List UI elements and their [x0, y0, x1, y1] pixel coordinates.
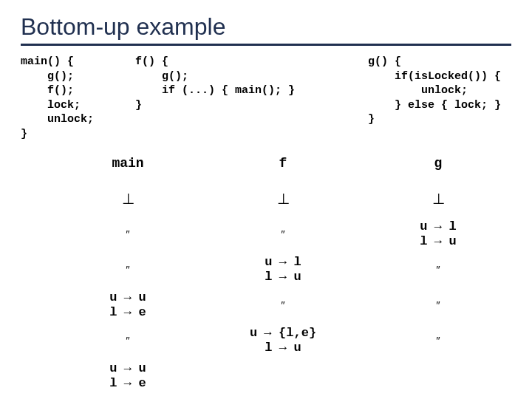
mapping-lhs: l — [109, 376, 117, 391]
mapping-line: l→e — [109, 376, 146, 391]
slide: Bottom-up example main() { g(); f(); loc… — [0, 0, 532, 399]
mapping-lhs: u — [109, 361, 117, 376]
arrow-icon: → — [277, 255, 290, 270]
mapping-lhs: l — [109, 305, 117, 320]
mapping-line: u→u — [109, 361, 146, 376]
table-cell: u→ul→e — [50, 290, 205, 320]
table-cell — [205, 361, 361, 391]
mapping-line: u→u — [109, 290, 146, 305]
mapping-lhs: u — [250, 326, 257, 341]
table-cell: u→ul→e — [50, 361, 205, 391]
mapping-line: l→e — [109, 305, 146, 320]
ditto-symbol: ″ — [436, 334, 440, 347]
mapping-line: u→{l,e} — [250, 326, 316, 341]
code-f: f() { g(); if (...) { main(); } } — [135, 55, 368, 141]
mapping-rhs: u — [139, 361, 146, 376]
iteration-table: main f g ⊥⊥⊥″″u→ll→u″u→ll→u″u→ul→e″″″u→{… — [50, 149, 511, 391]
table-cell: u→ll→u — [205, 255, 361, 284]
bottom-symbol: ⊥ — [432, 191, 445, 208]
table-cell: u→{l,e}l→u — [205, 326, 361, 355]
mapping-lhs: u — [420, 219, 427, 234]
bottom-symbol: ⊥ — [122, 191, 134, 208]
mapping-rhs: {l,e} — [279, 326, 316, 341]
code-main: main() { g(); f(); lock; unlock; } — [21, 55, 135, 141]
mapping-lhs: l — [265, 341, 272, 355]
table-cell: ⊥ — [205, 184, 361, 214]
arrow-icon: → — [122, 376, 134, 391]
slide-title: Bottom-up example — [21, 13, 511, 41]
mapping-rhs: u — [294, 270, 301, 284]
mapping-lhs: u — [265, 255, 272, 270]
table-cell: ⊥ — [361, 184, 516, 214]
mapping-line: l→u — [265, 270, 301, 284]
mapping-line: l→u — [420, 234, 456, 249]
table-cell: ″ — [361, 290, 516, 320]
arrow-icon: → — [262, 326, 274, 341]
table-cell: ″ — [361, 255, 516, 284]
table-cell: ″ — [361, 326, 516, 355]
mapping-line: u→l — [265, 255, 301, 270]
ditto-symbol: ″ — [126, 334, 129, 347]
mapping-rhs: u — [294, 341, 301, 355]
mapping-rhs: l — [449, 219, 457, 234]
table-cell: ⊥ — [50, 184, 205, 214]
table-cell: ″ — [50, 255, 205, 284]
mapping-rhs: u — [449, 234, 457, 249]
arrow-icon: → — [432, 219, 445, 234]
mapping-rhs: e — [139, 376, 146, 391]
code-listing: main() { g(); f(); lock; unlock; } f() {… — [21, 55, 511, 141]
mapping-rhs: e — [139, 305, 146, 320]
table-cell: ″ — [50, 219, 205, 249]
table-cell: ″ — [50, 326, 205, 355]
ditto-symbol: ″ — [436, 263, 440, 276]
col-header-g: g — [361, 149, 516, 178]
col-header-f: f — [205, 149, 361, 178]
title-underline — [21, 44, 511, 46]
arrow-icon: → — [122, 361, 134, 376]
ditto-symbol: ″ — [126, 263, 129, 276]
mapping-lhs: l — [265, 270, 272, 284]
ditto-symbol: ″ — [281, 299, 284, 311]
arrow-icon: → — [122, 305, 134, 320]
mapping-rhs: u — [139, 290, 146, 305]
mapping-line: l→u — [265, 341, 301, 355]
bottom-symbol: ⊥ — [277, 191, 290, 208]
mapping-line: u→l — [420, 219, 456, 234]
table-cell: ″ — [205, 290, 361, 320]
mapping-lhs: l — [420, 234, 427, 249]
arrow-icon: → — [277, 270, 290, 284]
table-cell: ″ — [205, 219, 361, 249]
ditto-symbol: ″ — [281, 228, 284, 240]
ditto-symbol: ″ — [436, 299, 440, 311]
arrow-icon: → — [432, 234, 445, 249]
table-cell — [361, 361, 516, 391]
table-cell: u→ll→u — [361, 219, 516, 249]
mapping-lhs: u — [109, 290, 117, 305]
arrow-icon: → — [122, 290, 134, 305]
ditto-symbol: ″ — [126, 228, 129, 240]
col-header-main: main — [50, 149, 205, 178]
arrow-icon: → — [277, 341, 290, 355]
code-g: g() { if(isLocked()) { unlock; } else { … — [368, 55, 511, 141]
mapping-rhs: l — [294, 255, 301, 270]
